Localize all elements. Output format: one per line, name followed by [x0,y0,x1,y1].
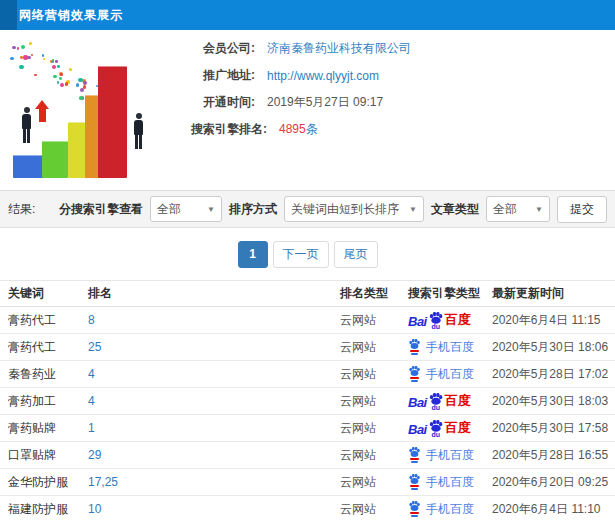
rank-type-cell: 云网站 [340,339,408,356]
mobile-baidu-logo[interactable]: 手机百度 [408,366,474,383]
confetti-dot [29,42,32,45]
confetti-dot [52,65,56,69]
confetti-dot [42,54,44,56]
updated-time-cell: 2020年6月20日 09:25 [492,474,615,491]
confetti-dot [55,60,58,63]
confetti-dot [57,81,59,83]
last-page-button[interactable]: 尾页 [334,241,378,268]
engine-type-cell: 手机百度 [408,339,492,356]
info-row-promo-url: 推广地址:http://www.qlyyjt.com [180,62,610,89]
chevron-down-icon: ▼ [401,205,417,214]
engine-type-cell: Baidu百度 [408,419,492,437]
updated-time-cell: 2020年5月28日 17:02 [492,366,615,383]
info-value-promo-url[interactable]: http://www.qlyyjt.com [267,69,379,83]
engine-type-cell: 手机百度 [408,366,492,383]
table-header-row: 关键词 排名 排名类型 搜索引擎类型 最新更新时间 [0,281,615,307]
confetti-dot [31,54,33,56]
rank-link[interactable]: 10 [88,502,101,516]
confetti-dot [21,45,25,49]
chevron-down-icon: ▼ [199,205,215,214]
table-row: 膏药贴牌1云网站Baidu百度2020年5月30日 17:58 [0,415,615,442]
table-row: 福建防护服10云网站手机百度2020年6月4日 11:10 [0,496,615,520]
rank-type-cell: 云网站 [340,474,408,491]
chart-bar-5 [98,66,127,178]
confetti-dot [60,73,63,76]
chart-bar-2 [42,141,68,178]
table-row: 秦鲁药业4云网站手机百度2020年5月28日 17:02 [0,361,615,388]
engine-type-cell: 手机百度 [408,447,492,464]
engine-type-cell: 手机百度 [408,501,492,518]
confetti-dot [83,85,86,88]
confetti-dot [17,47,19,49]
confetti-dot [78,78,82,82]
sort-filter-label: 排序方式 [229,201,277,218]
info-row-engine-rank-count: 搜索引擎排名:4895条 [180,116,610,143]
confetti-dot [52,61,54,63]
updated-time-cell: 2020年5月30日 18:06 [492,339,615,356]
next-page-button[interactable]: 下一页 [273,241,329,268]
page-1-button[interactable]: 1 [238,241,268,268]
keyword-cell: 膏药代工 [0,312,88,329]
updated-time-cell: 2020年5月30日 17:58 [492,420,615,437]
engine-type-cell: 手机百度 [408,474,492,491]
businessman-figure-left [22,107,31,143]
rank-link[interactable]: 4 [88,394,95,408]
rank-type-cell: 云网站 [340,366,408,383]
confetti-dot [60,83,64,87]
mobile-baidu-logo[interactable]: 手机百度 [408,447,474,464]
engine-filter-select[interactable]: 全部 ▼ [150,196,222,222]
baidu-logo[interactable]: Baidu百度 [408,419,471,437]
info-label: 搜索引擎排名: [180,121,267,138]
rank-link[interactable]: 17,25 [88,475,118,489]
info-section: 会员公司:济南秦鲁药业科技有限公司推广地址:http://www.qlyyjt.… [0,30,615,190]
updated-time-cell: 2020年5月30日 18:03 [492,393,615,410]
rank-link[interactable]: 1 [88,421,95,435]
confetti-dot [34,74,37,77]
keyword-cell: 膏药代工 [0,339,88,356]
rank-type-cell: 云网站 [340,447,408,464]
col-header-rank-type: 排名类型 [340,285,408,302]
info-row-open-time: 开通时间:2019年5月27日 09:17 [180,89,610,116]
confetti-dot [79,96,83,100]
confetti-dot [19,65,23,69]
info-label: 开通时间: [180,94,255,111]
info-value-open-time: 2019年5月27日 09:17 [267,94,383,111]
mobile-baidu-paw-icon [408,447,421,463]
mobile-baidu-paw-icon [408,474,421,490]
confetti-dot [80,88,84,92]
engine-filter-label: 分搜索引擎查看 [59,201,143,218]
mobile-baidu-logo[interactable]: 手机百度 [408,474,474,491]
submit-button[interactable]: 提交 [557,196,607,223]
rank-link[interactable]: 29 [88,448,101,462]
title-bar: 网络营销效果展示 [0,0,615,30]
info-value-member-company[interactable]: 济南秦鲁药业科技有限公司 [267,40,411,57]
sort-order-select[interactable]: 关键词由短到长排序 ▼ [284,196,424,222]
engine-type-cell: Baidu百度 [408,392,492,410]
col-header-engine-type: 搜索引擎类型 [408,285,492,302]
article-type-label: 文章类型 [431,201,479,218]
mobile-baidu-logo[interactable]: 手机百度 [408,501,474,518]
confetti-dot [10,57,13,60]
article-type-select[interactable]: 全部 ▼ [486,196,550,222]
table-row: 金华防护服17,25云网站手机百度2020年6月20日 09:25 [0,469,615,496]
engine-type-cell: Baidu百度 [408,311,492,329]
mobile-baidu-paw-icon [408,501,421,517]
confetti-dot [57,65,60,68]
rank-link[interactable]: 8 [88,313,95,327]
updated-time-cell: 2020年6月4日 11:15 [492,312,615,329]
keyword-cell: 秦鲁药业 [0,366,88,383]
baidu-paw-icon: du [428,393,444,410]
confetti-dot [43,58,45,60]
baidu-logo[interactable]: Baidu百度 [408,311,471,329]
info-value-engine-rank-count: 4895条 [279,121,318,138]
rank-link[interactable]: 4 [88,367,95,381]
rank-link[interactable]: 25 [88,340,101,354]
table-row: 口罩贴牌29云网站手机百度2020年5月28日 16:55 [0,442,615,469]
baidu-paw-icon: du [428,312,444,329]
rank-type-cell: 云网站 [340,312,408,329]
info-label: 推广地址: [180,67,255,84]
rank-type-cell: 云网站 [340,393,408,410]
growth-arrow-icon [35,100,49,122]
baidu-logo[interactable]: Baidu百度 [408,392,471,410]
mobile-baidu-logo[interactable]: 手机百度 [408,339,474,356]
